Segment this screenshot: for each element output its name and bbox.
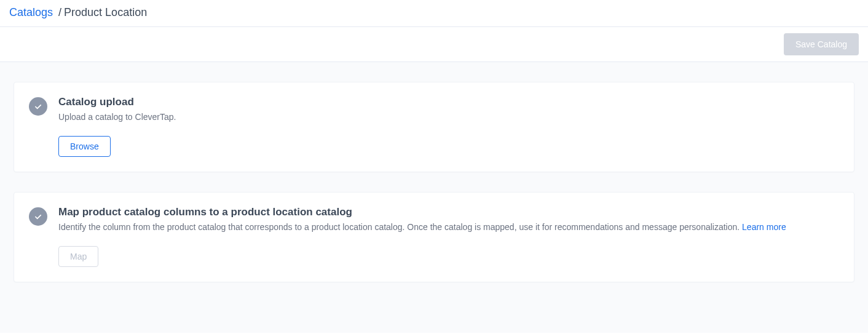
breadcrumb-current: Product Location (64, 6, 147, 18)
card-actions: Browse (58, 136, 839, 157)
card-actions: Map (58, 246, 839, 267)
map-button[interactable]: Map (58, 246, 98, 267)
catalog-upload-desc: Upload a catalog to CleverTap. (58, 111, 839, 124)
map-columns-desc: Identify the column from the product cat… (58, 221, 839, 234)
map-columns-desc-text: Identify the column from the product cat… (58, 222, 742, 232)
browse-button[interactable]: Browse (58, 136, 111, 157)
check-icon (29, 97, 47, 116)
catalog-upload-title: Catalog upload (58, 96, 839, 108)
map-columns-title: Map product catalog columns to a product… (58, 206, 839, 218)
card-texts: Map product catalog columns to a product… (58, 206, 839, 234)
breadcrumb-root-link[interactable]: Catalogs (9, 6, 53, 18)
toolbar: Save Catalog (0, 27, 868, 62)
breadcrumb-bar: Catalogs /Product Location (0, 0, 868, 27)
catalog-upload-card: Catalog upload Upload a catalog to Cleve… (14, 82, 854, 172)
content-area: Catalog upload Upload a catalog to Cleve… (0, 62, 868, 333)
card-texts: Catalog upload Upload a catalog to Cleve… (58, 96, 839, 124)
check-icon (29, 207, 47, 226)
card-header: Catalog upload Upload a catalog to Cleve… (29, 96, 839, 124)
learn-more-link[interactable]: Learn more (742, 222, 786, 232)
breadcrumb-separator: / (58, 6, 61, 18)
save-catalog-button[interactable]: Save Catalog (784, 33, 859, 55)
breadcrumb: Catalogs /Product Location (9, 6, 859, 19)
card-header: Map product catalog columns to a product… (29, 206, 839, 234)
map-columns-card: Map product catalog columns to a product… (14, 192, 854, 282)
